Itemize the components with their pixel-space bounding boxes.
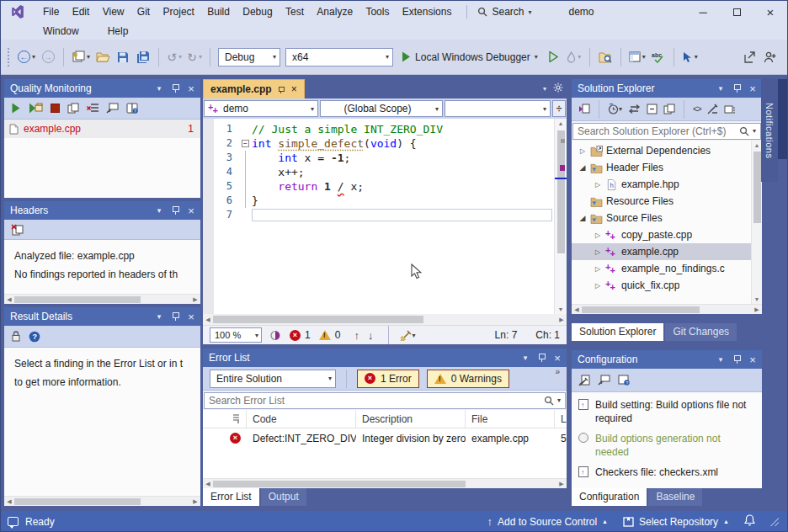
resize-grip[interactable] [770, 518, 779, 526]
error-row[interactable]: × Defect:INT_ZERO_DIV Integer division b… [203, 428, 567, 448]
tree-item-external-dependencies[interactable]: ▷External Dependencies [572, 142, 751, 159]
add-to-source-control-button[interactable]: ↑ Add to Source Control ▲ [487, 515, 609, 528]
intellisense-icon[interactable] [270, 330, 281, 341]
expander-icon[interactable]: ▷ [594, 265, 602, 273]
quality-monitoring-titlebar[interactable]: Quality Monitoring ▾ × [4, 79, 200, 98]
config-item-build-options[interactable]: Build options generation not needed [572, 428, 762, 461]
window-position-icon[interactable]: ▾ [153, 84, 165, 93]
close-icon[interactable]: × [551, 352, 563, 364]
select-repository-button[interactable]: Select Repository ▲ [623, 516, 729, 528]
configuration-settings-button[interactable] [598, 375, 610, 386]
horizontal-scrollbar[interactable]: ◀▶ [4, 496, 200, 506]
tree-item-resource-files[interactable]: Resource Files [572, 193, 751, 210]
switch-views-button[interactable] [578, 104, 590, 114]
feedback-button[interactable] [762, 47, 777, 67]
fold-margin[interactable] [241, 165, 252, 179]
fold-margin[interactable] [241, 208, 252, 222]
menu-view[interactable]: View [98, 4, 130, 19]
redo-button[interactable]: ↻▾ [187, 47, 202, 67]
code-line[interactable]: 4 x++; [214, 165, 554, 179]
new-project-button[interactable]: ✱ ▾ [72, 47, 90, 67]
pin-icon[interactable] [537, 353, 546, 363]
live-share-button[interactable] [742, 47, 757, 67]
tree-item-example-no-findings-c[interactable]: ▷++example_no_findings.c [572, 260, 751, 277]
code-cleanup-button[interactable]: ▾ [400, 330, 415, 341]
collapse-all-button[interactable] [647, 104, 658, 114]
tree-item-example-hpp[interactable]: ▷hexample.hpp [572, 176, 751, 193]
notifications-bell-button[interactable] [744, 514, 755, 529]
split-window-button[interactable]: ÷ [552, 100, 566, 117]
help-book-button[interactable]: ? [126, 103, 139, 114]
menu-edit[interactable]: Edit [67, 4, 95, 19]
stop-analysis-button[interactable] [51, 104, 60, 113]
pin-icon[interactable] [732, 354, 741, 364]
expander-icon[interactable]: ▷ [594, 231, 602, 239]
undo-button[interactable]: ↺▾ [167, 47, 182, 67]
code-text[interactable]: int x = -1; [252, 151, 554, 165]
tab-baseline[interactable]: Baseline [648, 488, 702, 506]
pin-icon[interactable] [278, 85, 285, 93]
code-line[interactable]: 2−int simple_defect(void) { [214, 136, 554, 151]
error-list-titlebar[interactable]: Error List ▾ × [203, 348, 567, 367]
solution-explorer-search-input[interactable] [578, 125, 739, 137]
tree-item-source-files[interactable]: ◢Source Files [572, 210, 751, 226]
navigate-back-button[interactable]: ←▾ [18, 47, 35, 67]
zoom-select[interactable]: 100 %▾ [210, 327, 262, 343]
headers-titlebar[interactable]: Headers ▾ × [4, 201, 200, 220]
breakpoint-margin[interactable] [203, 119, 214, 314]
menu-git[interactable]: Git [132, 4, 155, 19]
start-debugging-button[interactable]: Local Windows Debugger▾ [398, 47, 541, 67]
horizontal-scrollbar[interactable]: ◀▶ [203, 478, 567, 488]
code-line[interactable]: 1// Just a simple INT_ZERO_DIV [214, 122, 554, 136]
minimize-button[interactable]: ─ [686, 1, 720, 23]
find-in-files-button[interactable] [598, 47, 613, 67]
tab-error-list[interactable]: Error List [203, 488, 259, 506]
menu-project[interactable]: Project [158, 4, 200, 19]
toolbar-grip[interactable] [8, 48, 11, 66]
save-button[interactable] [115, 47, 130, 67]
code-text[interactable] [252, 209, 554, 221]
close-icon[interactable]: × [185, 311, 197, 323]
help-button[interactable]: ? [29, 331, 40, 343]
tab-output[interactable]: Output [261, 488, 306, 506]
show-all-files-button[interactable] [663, 104, 675, 114]
code-line[interactable]: 5 return 1 / x; [214, 179, 554, 194]
lock-button[interactable] [11, 331, 21, 342]
solution-platform-select[interactable]: x64▾ [285, 48, 393, 66]
next-issue-button[interactable]: ↓ [368, 329, 374, 342]
window-position-icon[interactable]: ▾ [519, 354, 531, 362]
expander-icon[interactable]: ▷ [578, 147, 587, 155]
editor-settings-gear-icon[interactable] [553, 82, 563, 95]
menu-extensions[interactable]: Extensions [397, 4, 457, 19]
start-without-debugging-button[interactable] [546, 47, 562, 67]
tree-item-example-cpp[interactable]: ▷++example.cpp [572, 243, 751, 260]
expander-icon[interactable]: ▷ [594, 282, 602, 290]
fold-margin[interactable] [241, 151, 252, 165]
preview-selected-items-button[interactable] [724, 104, 736, 114]
pin-icon[interactable] [171, 205, 179, 215]
fold-margin[interactable] [241, 194, 252, 208]
titlebar-search[interactable]: Search ▾ [477, 6, 531, 18]
tab-solution-explorer[interactable]: Solution Explorer [572, 323, 663, 341]
error-list-header-row[interactable]: Code Description File Lin [203, 410, 567, 428]
document-tab-example-cpp[interactable]: example.cpp × [203, 79, 305, 98]
fold-margin[interactable] [241, 179, 252, 194]
chevron-down-icon[interactable]: ▾ [753, 127, 756, 135]
error-scope-select[interactable]: Entire Solution▾ [210, 370, 336, 388]
menu-analyze[interactable]: Analyze [311, 4, 358, 19]
window-position-icon[interactable]: ▾ [153, 312, 165, 321]
window-position-icon[interactable]: ▾ [715, 84, 727, 93]
warnings-filter-button[interactable]: 0 Warnings [427, 370, 509, 388]
expander-icon[interactable]: ◢ [578, 163, 587, 172]
code-line[interactable]: 7 [214, 208, 554, 222]
error-list-search[interactable]: ▾ [204, 392, 566, 409]
configuration-titlebar[interactable]: Configuration ▾ × [572, 350, 762, 369]
code-text[interactable]: return 1 / x; [252, 179, 554, 194]
navigate-forward-button[interactable]: → [40, 47, 56, 67]
horizontal-scrollbar[interactable]: ◀▶ [4, 294, 200, 304]
menu-window[interactable]: Window [38, 24, 84, 39]
code-line[interactable]: 6} [214, 194, 554, 208]
solution-configuration-select[interactable]: Debug▾ [218, 48, 280, 66]
fold-margin[interactable] [241, 122, 252, 136]
pending-changes-filter-button[interactable]: ▾ [608, 104, 622, 114]
